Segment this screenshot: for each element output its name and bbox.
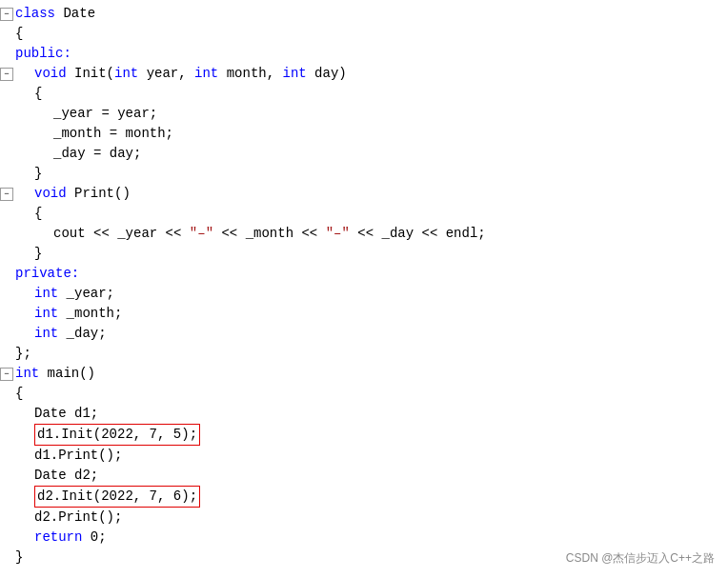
code-line: }: [0, 244, 728, 264]
highlighted-code: d2.Init(2022, 7, 6);: [34, 486, 200, 508]
code-line: d2.Init(2022, 7, 6);: [0, 486, 728, 508]
code-line: public:: [0, 44, 728, 64]
code-token: "–": [326, 224, 350, 244]
code-token: private:: [15, 264, 79, 284]
code-token: _year = year;: [53, 104, 157, 124]
code-token: day): [314, 64, 347, 84]
code-line: −int main(): [0, 364, 728, 384]
code-line: int _month;: [0, 304, 728, 324]
collapse-btn[interactable]: −: [0, 68, 13, 81]
code-line: −class Date: [0, 4, 728, 24]
code-line: return 0;: [0, 528, 728, 548]
code-token: }: [15, 548, 23, 568]
code-line: cout << _year << "–" << _month << "–" <<…: [0, 224, 728, 244]
code-line: int _day;: [0, 324, 728, 344]
code-token: d2.Init(2022, 7, 6);: [37, 488, 197, 504]
code-line: _year = year;: [0, 104, 728, 124]
code-token: int: [34, 324, 67, 344]
code-line: −void Print(): [0, 184, 728, 204]
code-token: _day = day;: [53, 144, 141, 164]
code-token: {: [34, 84, 42, 104]
code-line: −void Init(int year, int month, int day): [0, 64, 728, 84]
code-line: int _year;: [0, 284, 728, 304]
code-line: {: [0, 84, 728, 104]
code-token: int: [34, 304, 67, 324]
code-token: << _day << endl;: [350, 224, 486, 244]
code-token: {: [15, 24, 23, 44]
code-token: public:: [15, 44, 71, 64]
code-token: d2.Print();: [34, 508, 122, 528]
highlighted-code: d1.Init(2022, 7, 5);: [34, 424, 200, 446]
code-token: _day;: [67, 324, 107, 344]
code-token: int: [194, 64, 227, 84]
collapse-btn[interactable]: −: [0, 368, 13, 381]
code-token: int: [114, 64, 147, 84]
code-token: Date d2;: [34, 466, 98, 486]
code-line: d2.Print();: [0, 508, 728, 528]
collapse-btn[interactable]: −: [0, 8, 13, 21]
code-token: _month = month;: [53, 124, 173, 144]
code-token: << _month <<: [213, 224, 326, 244]
code-token: cout << _year <<: [53, 224, 190, 244]
code-token: void: [34, 64, 74, 84]
code-line: Date d2;: [0, 466, 728, 486]
code-token: main(): [48, 364, 95, 384]
code-token: void: [34, 184, 74, 204]
code-token: Init(: [74, 64, 114, 84]
code-token: return: [34, 528, 91, 548]
code-line: Date d1;: [0, 404, 728, 424]
code-line: {: [0, 204, 728, 224]
code-token: }: [34, 164, 42, 184]
code-token: };: [15, 344, 31, 364]
code-line: d1.Print();: [0, 446, 728, 466]
code-line: {: [0, 24, 728, 44]
code-token: int: [15, 364, 48, 384]
collapse-btn[interactable]: −: [0, 188, 13, 201]
code-container: −class Date{public:−void Init(int year, …: [0, 0, 728, 578]
code-line: _month = month;: [0, 124, 728, 144]
code-line: {: [0, 384, 728, 404]
code-token: {: [15, 384, 23, 404]
code-token: int: [34, 284, 67, 304]
code-token: }: [34, 244, 42, 264]
code-token: d1.Init(2022, 7, 5);: [37, 427, 197, 442]
code-line: _day = day;: [0, 144, 728, 164]
code-token: month,: [227, 64, 283, 84]
code-line: private:: [0, 264, 728, 284]
code-token: _year;: [67, 284, 114, 304]
code-token: int: [282, 64, 314, 84]
code-token: class: [15, 4, 63, 24]
code-line: d1.Init(2022, 7, 5);: [0, 424, 728, 446]
code-token: Date: [63, 4, 95, 24]
code-token: d1.Print();: [34, 446, 122, 466]
code-line: }: [0, 164, 728, 184]
code-token: Date d1;: [34, 404, 98, 424]
code-token: Print(): [74, 184, 131, 204]
code-token: year,: [147, 64, 194, 84]
code-token: _month;: [67, 304, 123, 324]
watermark: CSDN @杰信步迈入C++之路: [566, 548, 715, 568]
code-token: 0;: [91, 528, 107, 548]
code-line: };: [0, 344, 728, 364]
code-token: {: [34, 204, 42, 224]
code-token: "–": [190, 224, 213, 244]
